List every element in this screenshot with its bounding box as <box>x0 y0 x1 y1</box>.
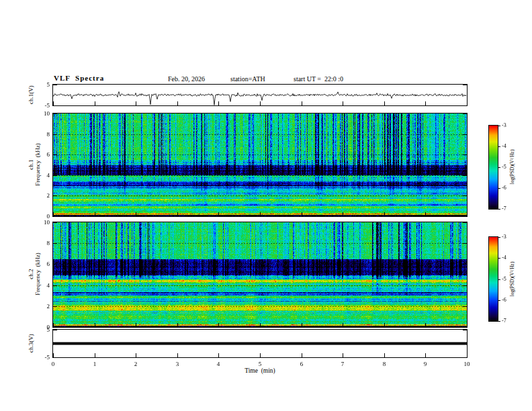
x-tick <box>384 101 385 105</box>
x-tick <box>467 212 468 216</box>
colorbar-tick <box>498 188 500 189</box>
y-tick <box>53 306 57 307</box>
x-tick-label: 4 <box>212 361 225 367</box>
x-tick-label: 7 <box>336 361 349 367</box>
y-tick-label: 2 <box>31 192 50 199</box>
x-tick-label: 0 <box>46 361 60 367</box>
x-tick <box>95 101 95 105</box>
ch2-spectrogram-canvas <box>53 222 467 327</box>
x-tick-label: 3 <box>171 361 184 367</box>
y-tick-label: 6 <box>31 151 50 158</box>
x-tick <box>425 101 426 105</box>
y-tick <box>463 105 467 106</box>
x-tick <box>53 323 54 327</box>
x-tick <box>260 353 261 357</box>
y-tick <box>463 85 467 85</box>
y-tick <box>463 264 467 265</box>
x-tick <box>177 212 178 216</box>
colorbar-tick <box>498 279 500 280</box>
x-tick <box>302 101 302 105</box>
y-tick-label: 2 <box>31 303 50 310</box>
x-tick-label: 10 <box>460 361 474 367</box>
y-tick-label: 6 <box>31 261 50 267</box>
x-tick <box>95 323 95 327</box>
colorbar-ch1-canvas <box>489 126 498 209</box>
header-station: station=ATH <box>230 75 265 83</box>
y-tick <box>53 195 57 196</box>
y-tick <box>53 222 57 223</box>
x-tick <box>218 101 219 105</box>
y-tick <box>53 285 57 286</box>
colorbar-tick-label: -6 <box>502 297 506 303</box>
x-tick-label: 2 <box>129 361 142 367</box>
y-tick-label: 8 <box>31 131 50 138</box>
colorbar-tick-label: -7 <box>502 205 506 212</box>
figure-title: VLF Spectra <box>54 74 104 82</box>
x-tick <box>425 212 426 216</box>
colorbar-tick-label: -5 <box>502 164 506 170</box>
x-tick <box>136 353 136 357</box>
y-tick <box>53 330 57 330</box>
x-tick <box>343 212 343 216</box>
x-tick <box>136 101 136 105</box>
x-tick <box>467 323 468 327</box>
y-tick <box>463 285 467 286</box>
x-tick <box>343 101 343 105</box>
x-tick <box>260 212 261 216</box>
y-tick-label: 8 <box>31 240 50 246</box>
colorbar-ch1 <box>488 125 498 210</box>
colorbar-tick-label: -6 <box>502 185 506 191</box>
y-tick <box>463 243 467 244</box>
y-tick <box>53 264 57 265</box>
y-tick-label: -5 <box>31 354 50 361</box>
x-tick <box>218 212 219 216</box>
y-tick <box>53 105 57 106</box>
y-tick-label: -5 <box>31 102 50 109</box>
y-tick <box>463 175 467 176</box>
colorbar-ch2-label: log(PSD)(V²/Hz) <box>509 246 515 313</box>
x-tick <box>218 353 219 357</box>
x-tick <box>302 212 302 216</box>
x-tick <box>467 353 468 357</box>
y-tick <box>463 113 467 114</box>
y-tick <box>463 134 467 135</box>
y-tick <box>463 327 467 328</box>
colorbar-ch2 <box>488 236 498 322</box>
y-tick-label: 10 <box>31 110 50 117</box>
y-tick <box>53 113 57 114</box>
x-tick <box>53 353 54 357</box>
time-axis-label: Time (min) <box>226 367 294 374</box>
x-tick <box>343 323 343 327</box>
colorbar-tick-label: -3 <box>502 234 506 240</box>
y-tick <box>53 216 57 217</box>
x-tick <box>177 353 178 357</box>
colorbar-tick-label: -5 <box>502 276 506 282</box>
y-tick-label: 5 <box>31 81 50 88</box>
y-tick-label: 4 <box>31 282 50 289</box>
y-tick-label: 5 <box>31 326 50 333</box>
colorbar-ch1-label: log(PSD)(V²/Hz) <box>509 134 515 201</box>
ch2-spectrogram-panel <box>52 222 468 328</box>
x-tick <box>425 323 426 327</box>
y-tick <box>53 134 57 135</box>
ch1-spectrogram-panel <box>52 113 468 217</box>
colorbar-tick <box>498 300 500 301</box>
x-tick <box>260 323 261 327</box>
y-tick <box>53 85 57 85</box>
x-tick-label: 9 <box>418 361 432 367</box>
colorbar-tick <box>498 209 500 210</box>
x-tick <box>260 101 261 105</box>
y-tick-label: 4 <box>31 172 50 179</box>
colorbar-tick <box>498 237 500 238</box>
y-tick <box>463 306 467 307</box>
x-tick <box>95 212 95 216</box>
ch1-voltage-axis-label: ch.1(V) <box>28 75 34 115</box>
x-tick-label: 8 <box>378 361 391 367</box>
vlf-spectra-figure: VLF Spectra Feb. 20, 2026 station=ATH st… <box>0 0 532 411</box>
y-tick <box>53 327 57 328</box>
x-tick <box>136 212 136 216</box>
x-tick <box>384 212 385 216</box>
x-tick <box>384 323 385 327</box>
y-tick <box>53 357 57 358</box>
colorbar-tick <box>498 146 500 147</box>
